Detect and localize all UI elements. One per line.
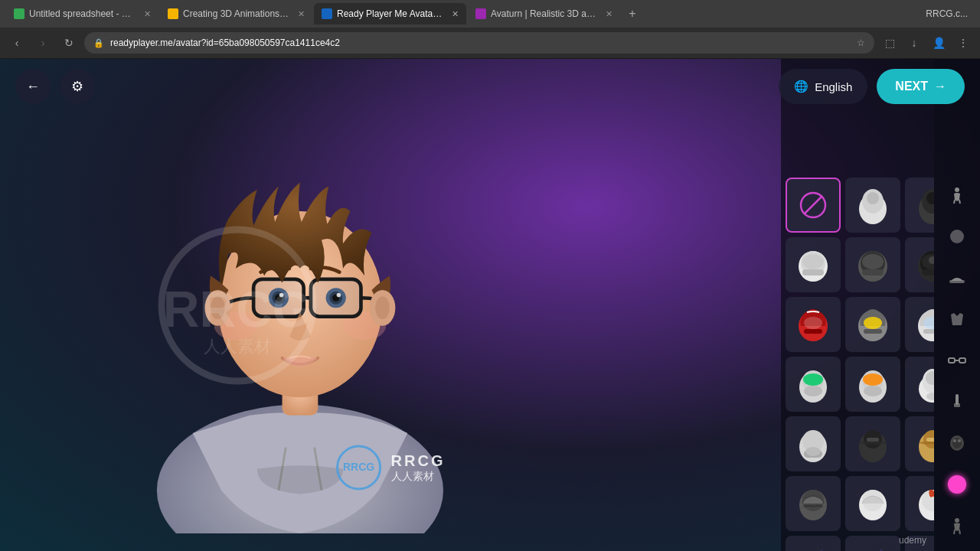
item-visor-green[interactable] <box>786 357 841 412</box>
watermark-brand: RRCG <box>391 452 446 470</box>
tab-close-spreadsheet[interactable]: ✕ <box>144 9 151 19</box>
extensions-button[interactable]: ⬚ <box>879 32 900 54</box>
svg-point-102 <box>952 438 962 448</box>
svg-point-59 <box>804 386 822 396</box>
svg-point-94 <box>950 230 964 243</box>
nav-bar: ‹ › ↻ 🔒 readyplayer.me/avatar?id=65ba098… <box>0 28 980 58</box>
svg-point-51 <box>864 317 882 329</box>
item-wrap-redhead[interactable] <box>905 476 934 531</box>
language-button[interactable]: 🌐 English <box>779 69 867 104</box>
category-accent-item[interactable] <box>939 467 975 502</box>
address-bar[interactable]: 🔒 readyplayer.me/avatar?id=65ba098050597… <box>84 32 874 54</box>
download-button[interactable]: ↓ <box>903 32 925 54</box>
toolbar-right: 🌐 English NEXT → <box>779 69 965 104</box>
svg-point-30 <box>867 192 879 204</box>
tab-favicon-animations <box>168 8 178 19</box>
svg-text:RRCG: RRCG <box>343 461 374 473</box>
item-hood-white[interactable] <box>845 178 900 233</box>
menu-button[interactable]: ⋮ <box>952 32 974 54</box>
watermark-logo-svg: RRCG <box>336 445 382 491</box>
tab-readyplayer[interactable]: Ready Player Me Avatar Crea... ✕ <box>314 3 466 24</box>
item-hood-dark[interactable] <box>905 178 934 233</box>
item-visor-orange[interactable] <box>845 357 900 412</box>
svg-point-103 <box>953 439 956 442</box>
back-nav-button[interactable]: ‹ <box>6 32 28 54</box>
svg-rect-97 <box>959 358 965 363</box>
item-wrap-white[interactable] <box>845 476 900 531</box>
profile-button[interactable]: 👤 <box>928 32 949 54</box>
category-top[interactable] <box>939 302 975 337</box>
item-helmet-red[interactable] <box>786 297 841 352</box>
svg-rect-41 <box>862 269 884 276</box>
item-none[interactable] <box>786 178 841 233</box>
refresh-nav-button[interactable]: ↻ <box>58 32 80 54</box>
svg-point-16 <box>337 293 341 298</box>
tab-animations[interactable]: Creating 3D Animations & G... ✕ <box>160 3 312 24</box>
tab-favicon-readyplayer <box>322 8 332 19</box>
item-helmet-yellow[interactable] <box>845 297 900 352</box>
items-grid-container[interactable] <box>781 59 934 551</box>
item-helmet-white[interactable] <box>786 237 841 292</box>
tab-close-readyplayer[interactable]: ✕ <box>452 9 459 19</box>
item-helmet-black[interactable] <box>845 237 900 292</box>
item-mask-white[interactable] <box>786 416 841 471</box>
item-tophat-white[interactable] <box>845 536 900 551</box>
svg-point-71 <box>805 447 821 456</box>
tab-close-avaturn[interactable]: ✕ <box>606 9 612 19</box>
url-text: readyplayer.me/avatar?id=65ba098050597ca… <box>110 37 340 48</box>
back-button[interactable]: ← <box>15 69 51 104</box>
items-grid <box>786 178 929 551</box>
tab-avaturn[interactable]: Avaturn | Realistic 3D avatar... ✕ <box>468 3 620 24</box>
svg-rect-52 <box>864 329 882 334</box>
svg-rect-45 <box>922 269 934 276</box>
svg-rect-95 <box>949 280 965 283</box>
watermark-area: RRCG RRCG 人人素材 <box>336 445 446 491</box>
category-head[interactable] <box>939 219 975 254</box>
star-icon[interactable]: ☆ <box>857 37 865 48</box>
tab-spreadsheet[interactable]: Untitled spreadsheet - Goo... ✕ <box>6 3 158 24</box>
forward-nav-button[interactable]: › <box>32 32 54 54</box>
language-label: English <box>815 80 852 93</box>
next-label: NEXT <box>895 80 928 93</box>
category-full-bottom[interactable] <box>939 509 975 544</box>
svg-rect-100 <box>954 403 960 407</box>
next-arrow-icon: → <box>934 80 946 93</box>
browser-label: RRCG.c... <box>926 8 974 19</box>
globe-icon: 🌐 <box>794 80 808 93</box>
svg-point-63 <box>864 386 882 396</box>
new-tab-button[interactable]: + <box>622 3 643 24</box>
svg-rect-55 <box>923 329 934 334</box>
category-sidebar <box>934 59 980 551</box>
next-button[interactable]: NEXT → <box>877 69 965 104</box>
item-visor-white[interactable] <box>905 297 934 352</box>
tab-close-animations[interactable]: ✕ <box>298 9 305 19</box>
category-tool[interactable] <box>939 384 975 419</box>
item-cowboy-dark[interactable] <box>845 416 900 471</box>
svg-point-62 <box>863 373 883 386</box>
toolbar-left: ← ⚙ <box>15 69 95 104</box>
svg-point-40 <box>862 254 884 269</box>
svg-rect-49 <box>804 329 822 334</box>
category-mask[interactable] <box>939 425 975 461</box>
svg-point-58 <box>803 373 823 386</box>
right-panel <box>781 59 980 551</box>
item-tophat-dark[interactable] <box>786 536 841 551</box>
item-helmet-dark[interactable] <box>905 237 934 292</box>
avatar-area: RRCG 人人素材 RRCG RRCG 人人素材 <box>0 59 781 551</box>
settings-button[interactable]: ⚙ <box>60 69 95 104</box>
category-full-body[interactable] <box>939 178 975 213</box>
udemy-badge: udemy <box>899 535 926 546</box>
category-glasses[interactable] <box>939 343 975 378</box>
app-container: ← ⚙ 🌐 English NEXT → <box>0 59 980 551</box>
back-icon: ← <box>26 79 40 95</box>
watermark-sub: 人人素材 <box>391 470 446 484</box>
item-cowboy-gold[interactable] <box>905 416 934 471</box>
lock-icon: 🔒 <box>93 38 104 48</box>
svg-point-36 <box>802 254 824 269</box>
category-headwear[interactable] <box>939 260 975 295</box>
tab-favicon-spreadsheet <box>14 8 24 19</box>
item-hood-white2[interactable] <box>905 357 934 412</box>
svg-point-105 <box>955 518 959 523</box>
item-wrap-dark[interactable] <box>786 476 841 531</box>
svg-rect-99 <box>956 394 959 405</box>
